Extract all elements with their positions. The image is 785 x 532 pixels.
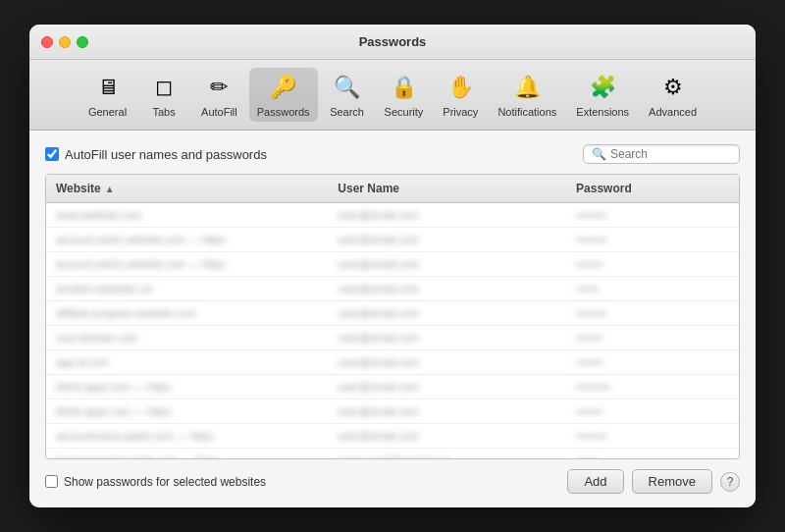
search-icon: 🔍 (332, 72, 363, 103)
toolbar-label-search: Search (330, 106, 364, 118)
table-row[interactable]: another.website2.urluser@email.com•••••• (46, 277, 739, 301)
cell-username: user@email.com (328, 255, 566, 273)
cell-password: •••••• (566, 280, 739, 297)
maximize-button[interactable] (77, 36, 88, 48)
cell-username: user@email.com (328, 231, 566, 248)
passwords-icon: 🔑 (268, 72, 299, 103)
table-row[interactable]: account.web1.website.com — httpsuser@ema… (46, 228, 739, 252)
top-bar: AutoFill user names and passwords 🔍 (45, 144, 740, 164)
autofill-checkbox-label[interactable]: AutoFill user names and passwords (45, 147, 267, 162)
cell-password: •••••••• (566, 231, 739, 248)
show-passwords-checkbox[interactable] (45, 475, 58, 488)
table-row[interactable]: accountname.apple.com — httpsuser@email.… (46, 424, 739, 449)
bottom-bar: Show passwords for selected websites Add… (45, 469, 740, 494)
window-title: Passwords (359, 34, 427, 49)
cell-username: user@email.com (328, 353, 566, 371)
autofill-checkbox[interactable] (45, 147, 59, 161)
table-row[interactable]: ithink.apps.com — httpsuser@email.com•••… (46, 375, 739, 399)
cell-username: user@email.com (328, 304, 566, 322)
toolbar: 🖥General◻Tabs✏AutoFill🔑Passwords🔍Search🔒… (29, 60, 756, 131)
toolbar-label-notifications: Notifications (497, 106, 556, 118)
advanced-icon: ⚙ (657, 72, 689, 103)
cell-website: app.id.com (46, 353, 328, 371)
cell-website: ithink.apps.com — https (46, 402, 328, 420)
table-row[interactable]: your.domain.comuser@email.com••••••• (46, 326, 739, 350)
minimize-button[interactable] (59, 36, 71, 48)
search-box[interactable]: 🔍 (583, 144, 740, 164)
toolbar-item-notifications[interactable]: 🔔Notifications (490, 68, 564, 122)
remove-button[interactable]: Remove (632, 469, 712, 494)
col-username: User Name (328, 179, 566, 198)
notifications-icon: 🔔 (511, 72, 543, 103)
table-row[interactable]: ithink.apps.com — httpsuser@email.com•••… (46, 399, 739, 424)
autofill-icon: ✏ (203, 72, 235, 103)
content-area: AutoFill user names and passwords 🔍 Webs… (29, 131, 756, 507)
main-window: Passwords 🖥General◻Tabs✏AutoFill🔑Passwor… (29, 25, 756, 507)
cell-username: user@email.com (328, 206, 566, 224)
toolbar-label-privacy: Privacy (443, 106, 478, 118)
titlebar: Passwords (29, 25, 756, 60)
cell-username: user@email.com (328, 280, 566, 297)
cell-website: another.website2.url (46, 280, 328, 297)
cell-password: ••••••••• (566, 378, 739, 396)
toolbar-label-extensions: Extensions (576, 106, 629, 118)
table-header: Website ▲ User Name Password (46, 175, 739, 203)
table-row[interactable]: businessname.apple.com — httpssome.user@… (46, 449, 739, 458)
toolbar-item-privacy[interactable]: ✋Privacy (435, 68, 486, 122)
toolbar-label-passwords: Passwords (257, 106, 310, 118)
toolbar-label-tabs: Tabs (152, 106, 175, 118)
toolbar-label-advanced: Advanced (649, 106, 697, 118)
toolbar-item-tabs[interactable]: ◻Tabs (138, 68, 189, 122)
cell-password: •••••••• (566, 206, 739, 224)
table-row[interactable]: affiliate.program.website.comuser@email.… (46, 301, 739, 326)
col-website: Website ▲ (46, 179, 328, 198)
general-icon: 🖥 (92, 72, 124, 103)
table-body: www.website.comuser@email.com••••••••acc… (46, 203, 739, 458)
autofill-label: AutoFill user names and passwords (65, 147, 267, 162)
toolbar-label-autofill: AutoFill (201, 106, 237, 118)
cell-website: www.website.com (46, 206, 328, 224)
toolbar-item-search[interactable]: 🔍Search (322, 68, 373, 122)
table-row[interactable]: www.website.comuser@email.com•••••••• (46, 203, 739, 228)
close-button[interactable] (41, 36, 53, 48)
cell-username: user@email.com (328, 378, 566, 396)
help-button[interactable]: ? (720, 472, 740, 492)
cell-website: affiliate.program.website.com (46, 304, 328, 322)
cell-username: user@email.com (328, 402, 566, 420)
cell-password: ••••••• (566, 402, 739, 420)
cell-password: ••••••• (566, 353, 739, 371)
cell-password: •••••• (566, 452, 739, 458)
cell-password: •••••••• (566, 304, 739, 322)
table-row[interactable]: account.web1.website.com — httpsuser@ema… (46, 252, 739, 277)
cell-website: your.domain.com (46, 329, 328, 346)
security-icon: 🔒 (388, 72, 419, 103)
toolbar-item-extensions[interactable]: 🧩Extensions (568, 68, 637, 122)
cell-password: ••••••• (566, 329, 739, 346)
toolbar-item-passwords[interactable]: 🔑Passwords (249, 68, 318, 122)
passwords-table: Website ▲ User Name Password www.website… (45, 174, 740, 459)
traffic-lights (41, 36, 88, 48)
cell-password: •••••••• (566, 427, 739, 445)
bottom-buttons: Add Remove ? (567, 469, 740, 494)
search-icon: 🔍 (592, 147, 606, 161)
show-passwords-label[interactable]: Show passwords for selected websites (45, 475, 266, 489)
cell-website: businessname.apple.com — https (46, 452, 328, 458)
table-row[interactable]: app.id.comuser@email.com••••••• (46, 350, 739, 375)
col-password: Password (566, 179, 739, 198)
sort-arrow-icon: ▲ (105, 184, 115, 194)
cell-username: user@email.com (328, 329, 566, 346)
toolbar-item-general[interactable]: 🖥General (80, 68, 134, 122)
toolbar-item-autofill[interactable]: ✏AutoFill (193, 68, 245, 122)
search-input[interactable] (610, 147, 731, 161)
toolbar-item-security[interactable]: 🔒Security (377, 68, 432, 122)
toolbar-label-security: Security (385, 106, 424, 118)
privacy-icon: ✋ (445, 72, 476, 103)
cell-website: account.web1.website.com — https (46, 255, 328, 273)
cell-website: account.web1.website.com — https (46, 231, 328, 248)
add-button[interactable]: Add (567, 469, 623, 494)
cell-username: user@email.com (328, 427, 566, 445)
cell-website: accountname.apple.com — https (46, 427, 328, 445)
cell-username: some.user@support.co (328, 452, 566, 458)
toolbar-label-general: General (88, 106, 127, 118)
toolbar-item-advanced[interactable]: ⚙Advanced (641, 68, 705, 122)
